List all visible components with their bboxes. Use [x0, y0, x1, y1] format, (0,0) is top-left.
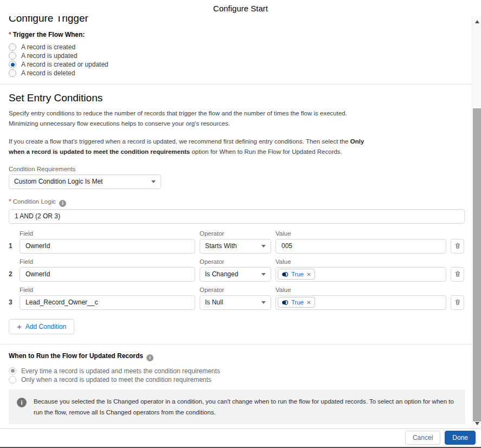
when-to-run-label: When to Run the Flow for Updated Records [9, 352, 464, 361]
trash-icon [454, 270, 461, 278]
value-input[interactable] [275, 239, 446, 254]
chevron-down-icon [261, 273, 266, 276]
done-button[interactable]: Done [445, 431, 476, 445]
is-changed-info-banner: Because you selected the Is Changed oper… [9, 389, 465, 424]
value-pill-field[interactable]: True [275, 295, 446, 310]
value-column-label: Value [275, 287, 446, 293]
scrollbar-down-arrow[interactable] [472, 419, 481, 427]
entry-conditions-recommendation: If you create a flow that's triggered wh… [9, 137, 367, 157]
radio-record-deleted[interactable]: A record is deleted [9, 69, 464, 77]
vertical-scrollbar[interactable] [472, 16, 481, 428]
dialog-scroll-body: Configure Trigger Trigger the Flow When:… [0, 16, 472, 428]
radio-record-updated[interactable]: A record is updated [9, 51, 464, 60]
condition-logic-label: Condition Logic [9, 198, 464, 207]
configure-trigger-heading: Configure Trigger [9, 16, 464, 24]
radio-icon[interactable] [9, 43, 16, 51]
condition-row-number: 1 [9, 242, 15, 254]
condition-row-3: 3 Field Operator Is Null Value [9, 287, 464, 310]
radio-label: A record is created [21, 43, 75, 51]
value-pill-field[interactable]: True [275, 267, 446, 282]
radio-icon-disabled [9, 376, 16, 384]
remove-pill-icon[interactable] [306, 271, 311, 277]
value-pill[interactable]: True [278, 297, 315, 308]
entry-conditions-description: Specify entry conditions to reduce the n… [9, 108, 367, 129]
condition-row-2: 2 Field Operator Is Changed Value [9, 258, 464, 282]
remove-pill-icon[interactable] [306, 300, 311, 306]
chevron-down-icon [261, 245, 266, 248]
operator-column-label: Operator [200, 230, 271, 237]
radio-every-time: Every time a record is updated and meets… [9, 367, 464, 375]
trash-icon [454, 242, 461, 250]
entry-conditions-heading: Set Entry Conditions [9, 92, 464, 104]
condition-requirements-select[interactable]: Custom Condition Logic Is Met [9, 174, 161, 189]
radio-icon[interactable] [9, 69, 16, 77]
radio-record-created-or-updated[interactable]: A record is created or updated [9, 60, 464, 69]
radio-only-when: Only when a record is updated to meet th… [9, 375, 464, 384]
info-icon[interactable] [59, 200, 66, 207]
add-condition-button[interactable]: Add Condition [9, 319, 74, 334]
radio-label: Only when a record is updated to meet th… [21, 376, 211, 384]
scrollbar-up-arrow[interactable] [472, 17, 481, 25]
field-column-label: Field [20, 287, 195, 293]
chevron-down-icon [151, 180, 156, 183]
cancel-button[interactable]: Cancel [405, 431, 440, 445]
section-divider [0, 84, 472, 85]
radio-icon-selected-disabled [9, 367, 16, 375]
delete-condition-button[interactable] [451, 295, 464, 310]
condition-row-number: 2 [9, 270, 15, 282]
boolean-constant-icon [281, 271, 288, 278]
condition-row-number: 3 [9, 298, 15, 310]
scrollbar-thumb[interactable] [473, 108, 481, 421]
value-column-label: Value [275, 230, 446, 237]
dialog-header: Configure Start [0, 0, 481, 16]
pill-label: True [291, 271, 304, 277]
configure-start-dialog: Configure Start Configure Trigger Trigge… [0, 0, 481, 448]
radio-record-created[interactable]: A record is created [9, 43, 464, 51]
operator-column-label: Operator [200, 258, 271, 265]
operator-select[interactable]: Is Null [200, 295, 271, 310]
field-input[interactable] [20, 295, 195, 310]
info-icon[interactable] [146, 354, 153, 361]
info-icon [17, 398, 27, 407]
pill-label: True [291, 299, 304, 306]
when-to-run-radio-group: Every time a record is updated and meets… [9, 367, 464, 384]
value-pill[interactable]: True [278, 269, 315, 280]
triangle-down-icon [475, 422, 479, 425]
condition-requirements-label: Condition Requirements [9, 166, 464, 172]
plus-icon [17, 322, 22, 331]
dialog-title: Configure Start [213, 4, 268, 13]
operator-select[interactable]: Starts With [200, 239, 271, 254]
radio-label: A record is created or updated [21, 61, 108, 68]
condition-row-1: 1 Field Operator Starts With Value [9, 230, 464, 254]
section-divider [0, 344, 472, 345]
radio-icon[interactable] [9, 52, 16, 60]
trigger-radio-group: A record is created A record is updated … [9, 43, 464, 77]
chevron-down-icon [261, 301, 266, 304]
radio-icon-selected[interactable] [9, 61, 16, 68]
field-column-label: Field [20, 230, 195, 237]
boolean-constant-icon [281, 299, 288, 306]
radio-label: Every time a record is updated and meets… [21, 367, 220, 375]
field-column-label: Field [20, 258, 195, 265]
dialog-footer: Cancel Done [0, 428, 481, 446]
banner-text: Because you selected the Is Changed oper… [34, 396, 457, 418]
delete-condition-button[interactable] [451, 267, 464, 282]
value-column-label: Value [275, 258, 446, 265]
radio-label: A record is deleted [21, 69, 75, 77]
condition-logic-input[interactable] [9, 209, 465, 224]
triangle-up-icon [475, 20, 479, 23]
delete-condition-button[interactable] [451, 239, 464, 254]
condition-requirements-value: Custom Condition Logic Is Met [14, 178, 102, 185]
field-input[interactable] [20, 239, 195, 254]
trigger-when-label: Trigger the Flow When: [9, 31, 464, 38]
condition-rows: 1 Field Operator Starts With Value [9, 230, 464, 310]
operator-column-label: Operator [200, 287, 271, 293]
field-input[interactable] [20, 267, 195, 282]
radio-label: A record is updated [21, 52, 77, 60]
operator-select[interactable]: Is Changed [200, 267, 271, 282]
trash-icon [454, 298, 461, 306]
